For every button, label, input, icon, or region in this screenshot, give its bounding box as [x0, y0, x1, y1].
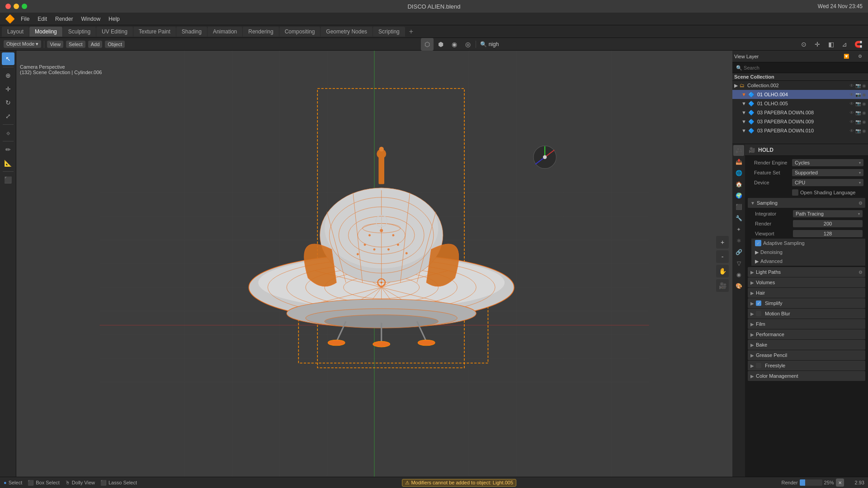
nav-pan[interactable]: ✋ [716, 265, 729, 277]
nav-camera[interactable]: 🎥 [716, 279, 729, 292]
prop-tab-object[interactable]: ⬛ [733, 202, 744, 212]
nav-zoom-out[interactable]: - [716, 250, 729, 263]
xray-btn[interactable]: ◧ [825, 38, 837, 51]
search-box[interactable]: 🔍 nigh [477, 40, 502, 48]
outliner-filter-btn[interactable]: 🔽 [840, 50, 853, 63]
tab-compositing[interactable]: Compositing [279, 27, 321, 37]
outliner-search-input[interactable] [734, 64, 866, 71]
tool-move[interactable]: ✛ [2, 83, 14, 95]
tab-shading[interactable]: Shading [176, 27, 207, 37]
freestyle-checkbox[interactable] [756, 363, 761, 368]
header-add-btn[interactable]: Add [88, 41, 103, 48]
menu-window[interactable]: Window [77, 14, 104, 23]
window-controls[interactable] [5, 4, 27, 9]
grease-pencil-header[interactable]: ▶ Grease Pencil [748, 350, 865, 360]
nav-zoom-in[interactable]: + [716, 236, 729, 249]
tool-add-cube[interactable]: ⬛ [2, 174, 14, 186]
maximize-button[interactable] [22, 4, 27, 9]
tab-layout[interactable]: Layout [2, 27, 29, 37]
minimize-button[interactable] [14, 4, 19, 9]
display-mode-render-btn[interactable]: ◎ [462, 38, 474, 51]
outliner-item-papebra010[interactable]: ▼ 🔷 03 PAPEBRA DOWN.010 👁 📷 ◉ [732, 126, 868, 135]
volumes-header[interactable]: ▶ Volumes [748, 277, 865, 287]
integrator-dropdown[interactable]: Path Tracing ▾ [793, 210, 863, 217]
header-view-btn[interactable]: View [47, 41, 63, 48]
viewport-mode-menu[interactable]: Object Mode ▾ [4, 40, 41, 48]
hair-header[interactable]: ▶ Hair [748, 288, 865, 298]
header-object-btn[interactable]: Object [105, 41, 125, 48]
prop-tab-data[interactable]: ▽ [733, 258, 744, 269]
tab-geometry-nodes[interactable]: Geometry Nodes [321, 27, 373, 37]
prop-tab-constraints[interactable]: 🔗 [733, 247, 744, 258]
prop-tab-physics[interactable]: ⚛ [733, 235, 744, 246]
tab-uv-editing[interactable]: UV Editing [96, 27, 133, 37]
viewport[interactable]: Camera Perspective (132) Scene Collectio… [16, 51, 732, 477]
simplify-header[interactable]: ▶ ✓ Simplify [748, 298, 865, 308]
feature-set-dropdown[interactable]: Supported ▾ [792, 169, 863, 176]
tool-annotate[interactable]: ✏ [2, 143, 14, 156]
prop-tab-particles[interactable]: ✦ [733, 224, 744, 235]
tool-rotate[interactable]: ↻ [2, 96, 14, 109]
menu-edit[interactable]: Edit [34, 14, 51, 23]
denoising-header[interactable]: ▶ Denoising [751, 248, 865, 257]
menu-render[interactable]: Render [52, 14, 76, 23]
motion-blur-checkbox[interactable] [756, 311, 761, 316]
tool-cursor[interactable]: ⊕ [2, 69, 14, 82]
outliner-item-olho005[interactable]: ▼ 🔷 01 OLHO.005 👁 📷 ◉ [732, 99, 868, 108]
device-dropdown[interactable]: CPU ▾ [792, 179, 863, 186]
snap-btn[interactable]: 🧲 [852, 38, 864, 51]
prop-tab-material[interactable]: ◉ [733, 269, 744, 280]
tool-transform[interactable]: ⟐ [2, 127, 14, 139]
display-mode-solid-btn[interactable]: ⬡ [421, 38, 434, 51]
viewport-samples-input[interactable]: 128 [793, 230, 863, 237]
display-mode-material-btn[interactable]: ◉ [448, 38, 461, 51]
prop-tab-shader[interactable]: 🎨 [733, 281, 744, 291]
prop-tab-world[interactable]: 🌍 [733, 190, 744, 201]
film-header[interactable]: ▶ Film [748, 319, 865, 329]
proportional-btn[interactable]: ⊿ [838, 38, 851, 51]
render-samples-input[interactable]: 200 [793, 220, 863, 227]
prop-tab-view-layer[interactable]: 🌐 [733, 168, 744, 178]
adaptive-sampling-checkbox[interactable]: ✓ [755, 240, 761, 246]
prop-tab-modifiers[interactable]: 🔧 [733, 213, 744, 224]
outliner-item-collection[interactable]: ▶ 🗂 Collection.002 👁 📷 ◉ [732, 81, 868, 90]
light-paths-header[interactable]: ▶ Light Paths ⚙ [748, 267, 865, 277]
bake-header[interactable]: ▶ Bake [748, 340, 865, 350]
tool-scale[interactable]: ⤢ [2, 110, 14, 122]
tab-texture-paint[interactable]: Texture Paint [133, 27, 176, 37]
menu-file[interactable]: File [17, 14, 33, 23]
overlay-btn[interactable]: ⊙ [797, 38, 810, 51]
tab-sculpting[interactable]: Sculpting [63, 27, 96, 37]
blender-logo-btn[interactable]: 🔶 [4, 13, 16, 25]
color-management-header[interactable]: ▶ Color Management [748, 371, 865, 381]
render-engine-dropdown[interactable]: Cycles ▾ [792, 159, 863, 166]
prop-tab-output[interactable]: 📤 [733, 156, 744, 167]
advanced-header[interactable]: ▶ Advanced [751, 257, 865, 266]
gizmo-btn[interactable]: ✛ [811, 38, 824, 51]
tool-select[interactable]: ↖ [2, 52, 14, 65]
motion-blur-header[interactable]: ▶ Motion Blur [748, 309, 865, 319]
close-button[interactable] [5, 4, 11, 9]
performance-header[interactable]: ▶ Performance [748, 329, 865, 339]
display-mode-wire-btn[interactable]: ⬢ [434, 38, 447, 51]
prop-tab-scene[interactable]: 🏠 [733, 179, 744, 190]
sampling-header[interactable]: ▼ Sampling ⚙ [748, 198, 865, 208]
outliner-item-papebra009[interactable]: ▼ 🔷 03 PAPEBRA DOWN.009 👁 📷 ◉ [732, 117, 868, 126]
freestyle-header[interactable]: ▶ Freestyle [748, 361, 865, 371]
tab-rendering[interactable]: Rendering [243, 27, 278, 37]
tab-add-button[interactable]: + [406, 27, 417, 37]
adaptive-sampling-header[interactable]: ✓ Adaptive Sampling [751, 239, 865, 248]
render-cancel-btn[interactable]: ✕ [836, 479, 844, 487]
tab-modeling[interactable]: Modeling [29, 27, 62, 37]
outliner-item-olho004[interactable]: ▼ 🔷 01 OLHO.004 👁 📷 ◉ [732, 90, 868, 99]
prop-tab-render[interactable]: 🎥 [733, 145, 744, 156]
outliner-settings-btn[interactable]: ⚙ [854, 50, 866, 63]
osl-checkbox[interactable] [792, 189, 798, 196]
tab-scripting[interactable]: Scripting [373, 27, 405, 37]
tab-animation[interactable]: Animation [208, 27, 242, 37]
outliner-item-papebra008[interactable]: ▼ 🔷 03 PAPEBRA DOWN.008 👁 📷 ◉ [732, 108, 868, 117]
menu-help[interactable]: Help [105, 14, 123, 23]
simplify-checkbox[interactable]: ✓ [756, 300, 761, 306]
header-select-btn[interactable]: Select [66, 41, 85, 48]
tool-measure[interactable]: 📐 [2, 157, 14, 169]
